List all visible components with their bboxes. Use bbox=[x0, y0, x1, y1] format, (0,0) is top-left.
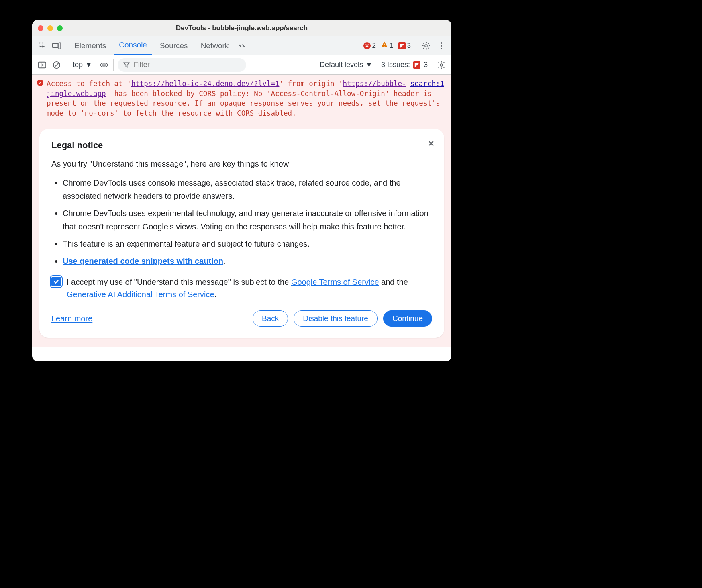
toggle-sidebar-icon[interactable] bbox=[37, 60, 47, 70]
tab-elements[interactable]: Elements bbox=[69, 37, 111, 55]
issues-count: 3 bbox=[424, 61, 428, 69]
learn-more-link[interactable]: Learn more bbox=[51, 314, 92, 323]
window-title: DevTools - bubble-jingle.web.app/search bbox=[176, 24, 308, 32]
issue-flag-icon: ◤ bbox=[398, 42, 406, 49]
legal-notice-card: ✕ Legal notice As you try "Understand th… bbox=[39, 129, 444, 338]
svg-point-6 bbox=[441, 42, 442, 44]
issues-flag-count[interactable]: ◤ 3 bbox=[398, 42, 411, 50]
accept-checkbox[interactable] bbox=[51, 277, 61, 286]
svg-rect-4 bbox=[384, 46, 385, 47]
message-text: Access to fetch at 'https://hello-io-24.… bbox=[47, 80, 440, 117]
chevron-down-icon: ▼ bbox=[365, 61, 373, 69]
titlebar: DevTools - bubble-jingle.web.app/search bbox=[32, 20, 451, 36]
window-controls bbox=[38, 25, 63, 31]
divider bbox=[66, 40, 66, 51]
maximize-window-button[interactable] bbox=[57, 25, 63, 31]
error-icon: ✕ bbox=[363, 42, 371, 49]
tab-label: Elements bbox=[74, 41, 106, 50]
close-window-button[interactable] bbox=[38, 25, 43, 31]
divider bbox=[66, 59, 66, 71]
context-label: top bbox=[73, 61, 83, 69]
clear-console-icon[interactable] bbox=[51, 60, 62, 70]
svg-point-7 bbox=[441, 45, 442, 47]
svg-rect-1 bbox=[53, 43, 58, 47]
divider bbox=[432, 59, 432, 71]
inspect-element-icon[interactable] bbox=[37, 41, 47, 51]
svg-rect-3 bbox=[384, 44, 385, 45]
tab-label: Network bbox=[201, 41, 229, 50]
message-source-link[interactable]: search:1 bbox=[410, 79, 444, 89]
console-filter-bar: top ▼ Default levels ▼ 3 Issues: ◤ 3 bbox=[32, 55, 451, 75]
issues-summary[interactable]: 3 Issues: ◤ 3 bbox=[381, 61, 428, 69]
legal-bullet-link: Use generated code snippets with caution… bbox=[63, 255, 432, 268]
divider bbox=[416, 40, 416, 51]
count-value: 2 bbox=[372, 42, 376, 50]
more-tabs-icon[interactable] bbox=[237, 41, 247, 51]
svg-point-13 bbox=[103, 64, 105, 66]
log-levels-selector[interactable]: Default levels ▼ bbox=[320, 61, 373, 69]
legal-title: Legal notice bbox=[51, 140, 432, 151]
legal-notice-wrap: ✕ Legal notice As you try "Understand th… bbox=[32, 123, 451, 347]
warnings-count[interactable]: 1 bbox=[381, 41, 393, 50]
error-icon: ✕ bbox=[37, 80, 43, 86]
divider bbox=[377, 59, 377, 71]
legal-bullets: Chrome DevTools uses console message, as… bbox=[51, 176, 432, 268]
console-error-message[interactable]: ✕ search:1 Access to fetch at 'https://h… bbox=[32, 75, 451, 123]
accept-row: I accept my use of "Understand this mess… bbox=[51, 276, 432, 301]
accept-text: I accept my use of "Understand this mess… bbox=[65, 276, 432, 301]
divider bbox=[113, 59, 114, 71]
settings-gear-icon[interactable] bbox=[421, 41, 431, 51]
svg-point-8 bbox=[441, 48, 442, 49]
svg-point-5 bbox=[425, 45, 427, 47]
kebab-menu-icon[interactable] bbox=[436, 41, 447, 51]
tab-label: Sources bbox=[160, 41, 188, 50]
panel-tabstrip: Elements Console Sources Network ✕ 2 1 bbox=[32, 36, 451, 55]
legal-bullet: Chrome DevTools uses experimental techno… bbox=[63, 207, 432, 233]
tab-console[interactable]: Console bbox=[114, 37, 152, 55]
levels-label: Default levels bbox=[320, 61, 363, 69]
continue-button[interactable]: Continue bbox=[383, 310, 432, 327]
svg-rect-2 bbox=[59, 43, 61, 49]
fetch-url-link[interactable]: https://hello-io-24.deno.dev/?lvl=1 bbox=[131, 80, 280, 88]
tab-sources[interactable]: Sources bbox=[155, 37, 193, 55]
genai-tos-link[interactable]: Generative AI Additional Terms of Servic… bbox=[67, 290, 214, 299]
disable-feature-button[interactable]: Disable this feature bbox=[294, 310, 378, 327]
count-value: 1 bbox=[390, 42, 393, 50]
legal-bullet: This feature is an experimental feature … bbox=[63, 237, 432, 251]
tab-label: Console bbox=[119, 41, 147, 49]
back-button[interactable]: Back bbox=[253, 310, 288, 327]
card-footer: Learn more Back Disable this feature Con… bbox=[51, 310, 432, 327]
live-expression-icon[interactable] bbox=[99, 60, 109, 70]
context-selector[interactable]: top ▼ bbox=[70, 59, 95, 71]
svg-line-12 bbox=[55, 63, 59, 67]
issue-flag-icon: ◤ bbox=[413, 61, 420, 69]
google-tos-link[interactable]: Google Terms of Service bbox=[291, 278, 379, 286]
svg-point-14 bbox=[440, 64, 443, 66]
errors-count[interactable]: ✕ 2 bbox=[363, 42, 376, 50]
funnel-icon bbox=[123, 62, 130, 68]
legal-intro: As you try "Understand this message", he… bbox=[51, 158, 432, 170]
device-toolbar-icon[interactable] bbox=[51, 41, 62, 51]
chevron-down-icon: ▼ bbox=[85, 61, 92, 69]
tab-network[interactable]: Network bbox=[196, 37, 234, 55]
count-value: 3 bbox=[407, 42, 411, 50]
filter-input-container[interactable] bbox=[118, 58, 246, 72]
filter-input[interactable] bbox=[133, 60, 241, 69]
console-settings-gear-icon[interactable] bbox=[436, 60, 447, 70]
code-caution-link[interactable]: Use generated code snippets with caution bbox=[63, 257, 223, 265]
console-messages: ✕ search:1 Access to fetch at 'https://h… bbox=[32, 75, 451, 361]
minimize-window-button[interactable] bbox=[47, 25, 53, 31]
legal-bullet: Chrome DevTools uses console message, as… bbox=[63, 176, 432, 203]
warning-icon bbox=[381, 41, 388, 50]
devtools-window: DevTools - bubble-jingle.web.app/search bbox=[32, 20, 451, 361]
close-icon[interactable]: ✕ bbox=[427, 139, 435, 149]
issues-label: 3 Issues: bbox=[381, 61, 410, 69]
